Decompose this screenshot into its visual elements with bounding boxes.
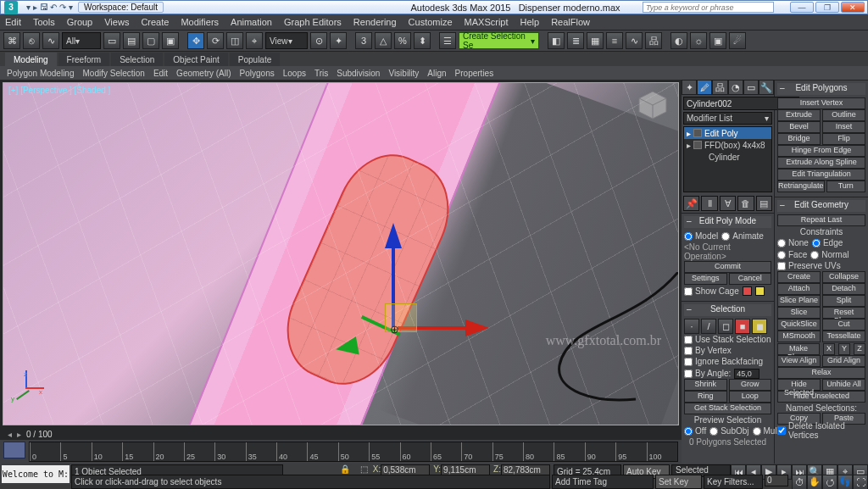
viewport-label[interactable]: [+] [Perspective ] [Shaded ] (8, 86, 110, 95)
isolate-icon[interactable]: ⬚ (360, 464, 368, 475)
move-gizmo[interactable]: ⊕ (300, 214, 495, 409)
delete-iso-check[interactable] (777, 426, 786, 435)
workspace-switcher[interactable]: Workspace: Default (78, 2, 164, 13)
so-poly-icon[interactable]: ■ (735, 319, 750, 334)
select-rect-icon[interactable]: ▢ (142, 32, 159, 49)
extrude-spline-button[interactable]: Extrude Along Spline (777, 157, 865, 169)
menu-edit[interactable]: Edit (5, 17, 21, 27)
con-none-radio[interactable] (777, 239, 786, 247)
qa-toolbar[interactable]: ▾ ▸ 🖫 ↶ ↷ ▾ (26, 3, 73, 12)
minimize-button[interactable]: — (790, 2, 814, 13)
show-end-icon[interactable]: Ⅱ (701, 196, 717, 211)
menu-rendering[interactable]: Rendering (353, 17, 397, 27)
hinge-button[interactable]: Hinge From Edge (777, 145, 865, 157)
scale-icon[interactable]: ◫ (226, 32, 243, 49)
shrink-button[interactable]: Shrink (684, 379, 727, 391)
cage-color-b[interactable] (755, 286, 765, 296)
tessellate-button[interactable]: Tessellate (822, 331, 865, 342)
hierarchy-tab-icon[interactable]: 品 (712, 80, 727, 95)
named-selection-dropdown[interactable]: Create Selection Se ▾ (459, 32, 539, 49)
viewcube-icon[interactable] (636, 88, 670, 122)
menu-animation[interactable]: Animation (231, 17, 272, 27)
preview-off-radio[interactable] (684, 427, 693, 436)
angle-snap-icon[interactable]: △ (375, 32, 392, 49)
so-edge-icon[interactable]: / (701, 319, 716, 334)
tab-modeling[interactable]: Modeling (5, 53, 57, 66)
ignore-bf-check[interactable] (684, 358, 693, 366)
slice-plane-button[interactable]: Slice Plane (777, 295, 821, 307)
rotate-icon[interactable]: ⟳ (207, 32, 224, 49)
by-vertex-check[interactable] (684, 347, 693, 355)
roll-head-editgeo[interactable]: Edit Geometry (777, 200, 865, 212)
select-name-icon[interactable]: ▤ (123, 32, 140, 49)
con-normal-radio[interactable] (810, 251, 819, 259)
axis-x-icon[interactable] (465, 320, 489, 336)
select-window-icon[interactable]: ▣ (162, 32, 179, 49)
rsub-loops[interactable]: Loops (283, 69, 306, 78)
layers-icon[interactable]: ▦ (587, 32, 604, 49)
cage-color-a[interactable] (743, 286, 752, 296)
configure-icon[interactable]: ▤ (756, 196, 772, 211)
view-align-button[interactable]: View Align (777, 355, 821, 367)
menu-realflow[interactable]: RealFlow (551, 17, 590, 27)
utilities-tab-icon[interactable]: 🔧 (759, 80, 774, 95)
planar-y-button[interactable]: Y (838, 343, 850, 355)
settings-button[interactable]: Settings (684, 273, 727, 285)
setkey-button[interactable]: Set Key (655, 475, 702, 489)
bridge-button[interactable]: Bridge (777, 133, 821, 145)
so-element-icon[interactable]: ◼ (752, 319, 767, 334)
tab-selection[interactable]: Selection (111, 53, 163, 66)
unhide-button[interactable]: Unhide All (822, 379, 865, 391)
bind-icon[interactable]: ∿ (42, 32, 59, 49)
viewport[interactable]: ⊕ [+] [Perspective ] [Shaded ] z x y www… (3, 82, 679, 425)
get-stack-sel-button[interactable]: Get Stack Selection (684, 403, 771, 414)
bevel-button[interactable]: Bevel (777, 121, 821, 133)
showcage-check[interactable] (684, 287, 693, 296)
unlink-icon[interactable]: ⎋ (23, 32, 40, 49)
close-button[interactable]: ✕ (841, 2, 865, 13)
rsub-edit[interactable]: Edit (153, 69, 168, 78)
pivot-icon[interactable]: ⊙ (310, 32, 327, 49)
use-stack-check[interactable] (684, 336, 693, 344)
create-button[interactable]: Create (777, 271, 821, 283)
mod-base[interactable]: Cylinder (684, 151, 771, 163)
scene-explorer-icon[interactable]: ≡ (606, 32, 623, 49)
axis-y-icon[interactable] (334, 336, 359, 358)
restore-button[interactable]: ❐ (815, 2, 839, 13)
display-tab-icon[interactable]: ▭ (743, 80, 759, 95)
ref-coord-dropdown[interactable]: View ▾ (265, 32, 308, 49)
hide-sel-button[interactable]: Hide Selected (777, 379, 821, 391)
rsub-subdiv[interactable]: Subdivision (337, 69, 380, 78)
nav-maximize-icon[interactable]: ⛶ (853, 475, 868, 490)
retri-button[interactable]: Retriangulate (777, 181, 825, 192)
rsub-align[interactable]: Align (427, 69, 446, 78)
prev-key-icon[interactable]: ◂ (8, 430, 12, 439)
angle-spinner[interactable]: 45,0 (734, 369, 760, 379)
mode-model-radio[interactable] (684, 232, 693, 241)
mirror-icon[interactable]: ◧ (548, 32, 565, 49)
insert-vertex-button[interactable]: Insert Vertex (777, 97, 865, 109)
msmooth-button[interactable]: MSmooth (777, 331, 821, 342)
grid-align-button[interactable]: Grid Align (822, 355, 865, 367)
commit-button[interactable]: Commit (684, 261, 771, 273)
inset-button[interactable]: Inset (822, 121, 865, 133)
render-icon[interactable]: ☄ (729, 32, 746, 49)
preserve-uv-check[interactable] (777, 262, 786, 270)
repeat-button[interactable]: Repeat Last (777, 214, 865, 226)
ring-button[interactable]: Ring (684, 391, 727, 403)
timetag-button[interactable]: Add Time Tag (552, 475, 654, 489)
menu-maxscript[interactable]: MAXScript (465, 17, 509, 27)
grow-button[interactable]: Grow (729, 379, 772, 391)
remove-mod-icon[interactable]: 🗑 (737, 196, 754, 211)
mod-ffd[interactable]: ▸FFD(box) 4x4x8 (684, 139, 771, 151)
motion-tab-icon[interactable]: ◔ (728, 80, 743, 95)
so-vertex-icon[interactable]: ∙ (684, 319, 699, 334)
roll-head-editpoly[interactable]: Edit Polygons (777, 83, 865, 95)
rsub-geomall[interactable]: Geometry (All) (176, 69, 231, 78)
detach-button[interactable]: Detach (822, 283, 865, 295)
con-face-radio[interactable] (777, 251, 786, 259)
turn-button[interactable]: Turn (826, 181, 865, 192)
named-sel-icon[interactable]: ☰ (439, 32, 456, 49)
menu-group[interactable]: Group (67, 17, 93, 27)
roll-head-selection[interactable]: Selection (684, 304, 771, 316)
